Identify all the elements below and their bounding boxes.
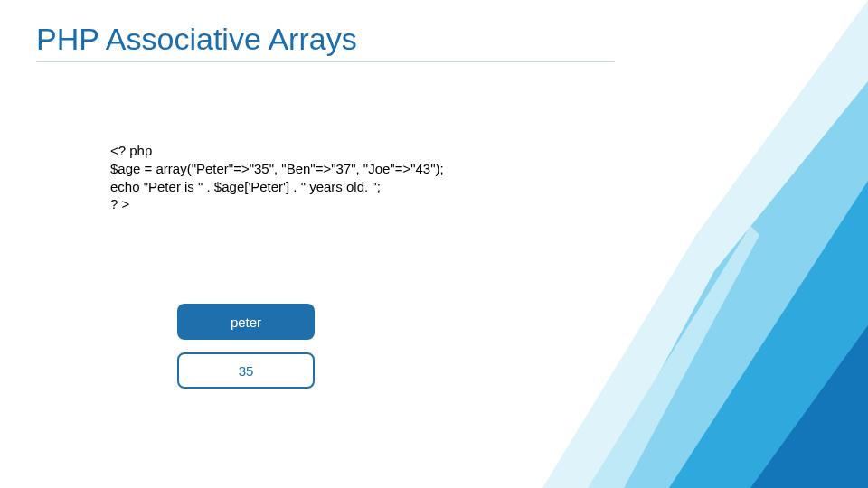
svg-marker-2 xyxy=(669,181,868,488)
code-block: <? php $age = array("Peter"=>"35", "Ben"… xyxy=(110,143,444,214)
assoc-key-label: peter xyxy=(231,314,261,330)
assoc-value-label: 35 xyxy=(239,363,254,379)
assoc-value-box: 35 xyxy=(177,352,315,389)
slide-title: PHP Associative Arrays xyxy=(36,22,357,57)
assoc-key-box: peter xyxy=(177,304,315,340)
code-line-1: <? php xyxy=(110,143,444,160)
code-line-3: echo "Peter is " . $age['Peter'] . " yea… xyxy=(110,179,444,196)
svg-marker-4 xyxy=(588,226,760,488)
code-line-4: ? > xyxy=(110,196,444,213)
decorative-triangles xyxy=(488,0,868,488)
title-underline xyxy=(36,61,615,62)
code-line-2: $age = array("Peter"=>"35", "Ben"=>"37",… xyxy=(110,161,444,178)
svg-marker-1 xyxy=(597,81,868,488)
svg-marker-3 xyxy=(750,325,868,488)
svg-marker-0 xyxy=(542,0,868,488)
